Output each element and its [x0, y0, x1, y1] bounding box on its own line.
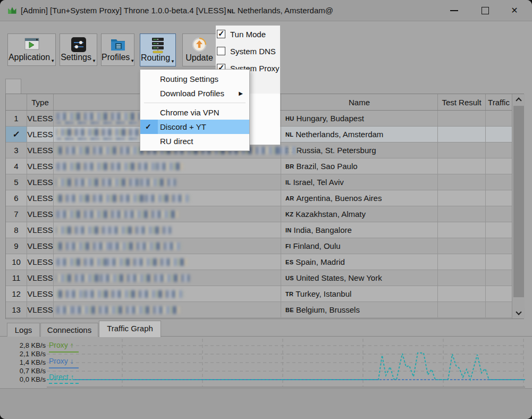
scroll-up-button[interactable] — [512, 94, 525, 105]
row-test-result — [438, 127, 486, 143]
menu-item-download-profiles[interactable]: Download Profiles▶ — [140, 86, 249, 100]
row-name: TRTurkey, Istanbul — [281, 286, 438, 302]
row-traffic — [486, 158, 512, 174]
row-selected-check: ✓ — [6, 127, 27, 143]
table-row[interactable]: 6VLESSARArgentina, Buenos Aires — [6, 190, 512, 206]
table-row[interactable]: 3VLESSRURussia, St. Petersburg — [6, 143, 512, 158]
table-row[interactable]: 12VLESSTRTurkey, Istanbul — [6, 286, 512, 302]
row-address-blurred — [54, 270, 281, 286]
row-number: 12 — [6, 286, 27, 302]
system-dns-checkbox[interactable]: System DNS — [217, 45, 276, 57]
dropdown-arrow-icon: ▼ — [92, 58, 96, 63]
row-number: 8 — [6, 222, 27, 238]
dropdown-arrow-icon: ▼ — [130, 58, 134, 63]
row-number: 6 — [6, 190, 27, 206]
dropdown-arrow-icon: ▼ — [50, 58, 55, 63]
menu-item-discord-yt[interactable]: ✓ Discord + YT — [140, 120, 249, 134]
row-test-result — [438, 286, 486, 302]
row-test-result — [438, 222, 486, 238]
update-arrow-icon — [183, 37, 216, 54]
row-test-result — [438, 238, 486, 254]
chevron-down-icon — [516, 309, 521, 315]
legend-underline — [49, 383, 79, 384]
row-address-blurred — [54, 222, 281, 238]
maximize-button[interactable] — [475, 0, 496, 21]
menu-item-chrome-via-vpn[interactable]: Chrome via VPN — [140, 105, 249, 120]
routing-menu: Routing Settings Download Profiles▶ Chro… — [140, 69, 250, 151]
application-button[interactable]: Application▼ — [7, 33, 56, 66]
column-header-test-result[interactable]: Test Result — [438, 94, 486, 110]
row-address-blurred — [54, 254, 281, 270]
window-title: [Admin] [Tun+System Proxy] Throne 1.0.0-… — [21, 0, 333, 21]
row-address-blurred — [54, 190, 281, 206]
tab-logs[interactable]: Logs — [7, 323, 40, 337]
y-tick-label: 2,1 KB/s — [20, 350, 46, 358]
row-name: INIndia, Bangalore — [281, 222, 438, 238]
submenu-arrow-icon: ▶ — [239, 86, 243, 100]
row-address-blurred — [54, 302, 281, 318]
table-row[interactable]: 5VLESSILIsrael, Tel Aviv — [6, 174, 512, 190]
table-row[interactable]: 10VLESSESSpain, Madrid — [6, 254, 512, 270]
row-type: VLESS — [27, 286, 54, 302]
update-button[interactable]: Update — [182, 33, 216, 66]
menu-separator — [144, 103, 246, 103]
legend-proxy-down: Proxy ↓ — [49, 357, 74, 365]
row-number: 13 — [6, 302, 27, 318]
row-address-blurred — [54, 174, 281, 190]
menu-item-routing-settings[interactable]: Routing Settings — [140, 72, 249, 86]
row-type: VLESS — [27, 270, 54, 286]
row-type: VLESS — [27, 222, 54, 238]
column-header-type[interactable]: Type — [27, 94, 54, 110]
minimize-button[interactable] — [443, 0, 465, 21]
menu-item-ru-direct[interactable]: RU direct — [140, 134, 249, 148]
row-name: HUHungary, Budapest — [281, 111, 438, 127]
legend-direct-up: Direct ↑ — [49, 373, 74, 381]
row-address-blurred — [54, 158, 281, 174]
settings-button[interactable]: Settings▼ — [60, 33, 97, 66]
row-type: VLESS — [27, 127, 54, 143]
scroll-down-button[interactable] — [512, 308, 525, 319]
row-traffic — [486, 143, 512, 158]
column-header-name[interactable]: Name — [281, 94, 438, 110]
menu-check-icon: ✓ — [145, 120, 151, 134]
row-traffic — [486, 270, 512, 286]
column-header-number[interactable] — [6, 94, 27, 110]
legend-underline — [49, 367, 79, 368]
column-header-traffic[interactable]: Traffic — [486, 94, 512, 110]
table-scrollbar[interactable] — [512, 94, 525, 319]
scrollbar-thumb[interactable] — [513, 106, 524, 297]
table-row[interactable]: 8VLESSINIndia, Bangalore — [6, 222, 512, 238]
table-row[interactable]: 13VLESSBEBelgium, Brussels — [6, 302, 512, 318]
row-number: 7 — [6, 206, 27, 222]
row-test-result — [438, 143, 486, 158]
table-row[interactable]: 7VLESSKZKazakhstan, Almaty — [6, 206, 512, 222]
row-number: 5 — [6, 174, 27, 190]
row-type: VLESS — [27, 206, 54, 222]
row-test-result — [438, 302, 486, 318]
profiles-button[interactable]: Profiles▼ — [101, 33, 134, 66]
row-type: VLESS — [27, 174, 54, 190]
table-row[interactable]: 11VLESSUSUnited States, New York — [6, 270, 512, 286]
row-name: BRBrazil, Sao Paulo — [281, 158, 438, 174]
row-traffic — [486, 238, 512, 254]
row-number: 11 — [6, 270, 27, 286]
table-corner-button[interactable] — [5, 79, 21, 94]
routing-button[interactable]: Routing▼ — [140, 33, 176, 66]
tab-connections[interactable]: Connections — [40, 323, 98, 337]
table-row[interactable]: 4VLESSBRBrazil, Sao Paulo — [6, 158, 512, 174]
row-name: NLNetherlands, Amsterdam — [281, 127, 438, 143]
row-name: KZKazakhstan, Almaty — [281, 206, 438, 222]
row-address-blurred — [54, 286, 281, 302]
row-type: VLESS — [27, 158, 54, 174]
tun-mode-checkbox[interactable]: ✓ Tun Mode — [217, 28, 266, 40]
row-type: VLESS — [27, 190, 54, 206]
title-bar[interactable]: [Admin] [Tun+System Proxy] Throne 1.0.0-… — [0, 0, 532, 21]
row-number: 10 — [6, 254, 27, 270]
row-traffic — [486, 254, 512, 270]
table-row[interactable]: 9VLESSFIFinland, Oulu — [6, 238, 512, 254]
row-traffic — [486, 174, 512, 190]
close-button[interactable]: ✕ — [504, 0, 525, 21]
tab-traffic-graph[interactable]: Traffic Graph — [99, 321, 161, 337]
settings-icon — [60, 37, 97, 54]
row-traffic — [486, 127, 512, 143]
